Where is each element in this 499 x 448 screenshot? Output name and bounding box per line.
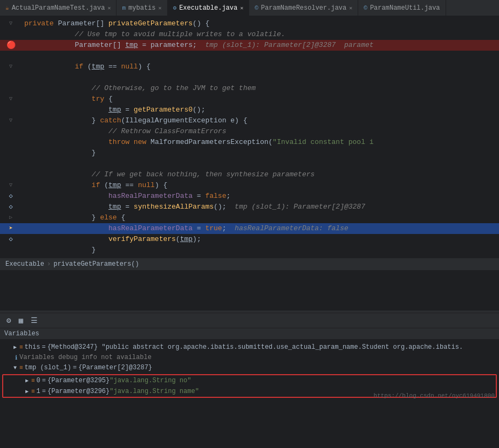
debug-list-button[interactable]: ☰ <box>29 315 40 326</box>
debug-table-button[interactable]: ▦ <box>16 315 25 326</box>
code-editor: ▽ private Parameter[] privateGetParamete… <box>0 16 499 310</box>
tab-close-icon[interactable]: ✕ <box>107 5 111 11</box>
var-equals-sign: = <box>73 364 77 371</box>
bookmark-icon: ◇ <box>9 202 12 212</box>
code-content: // If we get back nothing, then synthesi… <box>22 169 499 180</box>
code-line: } <box>0 148 499 158</box>
tab-close-icon[interactable]: ✕ <box>159 5 162 11</box>
tab-label: mybatis <box>128 4 155 12</box>
fold-arrow[interactable]: ▽ <box>9 61 12 72</box>
tab-actualparamtest[interactable]: ☕ ActualParamNameTest.java ✕ <box>0 0 117 16</box>
code-content: } <box>22 148 499 158</box>
var-expand-btn[interactable]: ▶ <box>23 388 31 395</box>
tab-paramnameresolver[interactable]: © ParamNameResolver.java ✕ <box>249 0 358 16</box>
code-content <box>22 72 499 83</box>
fold-arrow[interactable]: ▽ <box>9 180 12 191</box>
debug-arrow-icon: ➤ <box>9 223 12 234</box>
variable-tree: ▶ ≡ this = {Method@3247} "public abstrac… <box>0 340 499 401</box>
url-text: https://blog.csdn.net/oyc619491800 <box>374 392 495 399</box>
error-icon: 🔴 <box>6 40 16 51</box>
code-content <box>22 158 499 169</box>
code-line: // Rethrow ClassFormatErrors <box>0 126 499 137</box>
fold-arrow[interactable]: ▽ <box>9 94 12 105</box>
fold-arrow[interactable]: ▽ <box>9 115 12 126</box>
code-content: if (tmp == null) { <box>22 180 499 191</box>
bookmark-icon: ◇ <box>9 191 12 202</box>
code-content: hasRealParameterData = false; <box>22 191 499 202</box>
code-content: } else { <box>22 212 499 223</box>
var-equals-icon: ≡ <box>31 377 35 384</box>
var-name: tmp (slot_1) <box>25 364 71 371</box>
tab-paramnameutil[interactable]: © ParamNameUtil.java <box>358 0 446 16</box>
var-expand-btn[interactable]: ▼ <box>11 365 19 371</box>
code-line: ▽ } catch(IllegalArgumentException e) { <box>0 115 499 126</box>
tab-label: ActualParamNameTest.java <box>12 4 105 12</box>
code-content: } catch(IllegalArgumentException e) { <box>22 115 499 126</box>
var-name: 1 <box>37 388 40 395</box>
tab-label: Executable.java <box>179 4 237 12</box>
gutter: ▽ <box>0 18 22 29</box>
var-expand-btn[interactable]: ▶ <box>23 377 31 384</box>
var-equals-icon: ≡ <box>19 364 23 371</box>
code-line: ◇ hasRealParameterData = false; <box>0 191 499 202</box>
variable-row-this: ▶ ≡ this = {Method@3247} "public abstrac… <box>0 342 499 353</box>
resolver-icon: © <box>255 5 258 11</box>
code-line <box>0 51 499 61</box>
exec-icon: ⚙ <box>173 4 177 11</box>
fold-arrow[interactable]: ▷ <box>9 212 12 223</box>
breadcrumb-separator: › <box>47 260 51 268</box>
code-content: throw new MalformedParametersException("… <box>22 137 499 148</box>
breadcrumb: Executable › privateGetParameters() <box>0 258 499 270</box>
code-line: throw new MalformedParametersException("… <box>0 137 499 148</box>
var-equals-sign: = <box>42 377 46 384</box>
code-content: hasRealParameterData = true; hasRealPara… <box>22 223 499 234</box>
code-line: tmp = getParameters0(); <box>0 105 499 115</box>
code-line <box>0 72 499 83</box>
breadcrumb-class: Executable <box>5 260 44 268</box>
java-icon: ☕ <box>5 4 9 11</box>
code-line: ▽ private Parameter[] privateGetParamete… <box>0 18 499 29</box>
gutter: ▽ <box>0 180 22 191</box>
code-line: ▽ try { <box>0 94 499 105</box>
var-value: {Method@3247} "public abstract org.apach… <box>47 343 463 351</box>
code-line: ◇ tmp = synthesizeAllParams(); tmp (slot… <box>0 202 499 212</box>
code-line: // Otherwise, go to the JVM to get them <box>0 83 499 94</box>
util-icon: © <box>364 5 367 11</box>
code-content: tmp = getParameters0(); <box>22 105 499 115</box>
var-value: {Parameter[2]@3287} <box>78 364 152 371</box>
code-line: ▽ if (tmp == null) { <box>0 180 499 191</box>
var-value: {Parameter@3296} <box>47 388 110 395</box>
gutter: ▷ <box>0 212 22 223</box>
tab-close-icon[interactable]: ✕ <box>349 5 352 11</box>
gutter: ▽ <box>0 61 22 72</box>
gutter: ▽ <box>0 94 22 105</box>
variables-title: Variables <box>4 330 39 337</box>
tab-executable[interactable]: ⚙ Executable.java ✕ <box>168 0 250 16</box>
code-content: if (tmp == null) { <box>22 61 499 72</box>
tab-close-icon[interactable]: ✕ <box>240 5 243 11</box>
breadcrumb-method: privateGetParameters() <box>53 260 139 268</box>
code-content: Parameter[] tmp = parameters; tmp (slot_… <box>22 40 499 51</box>
code-line: ▷ } else { <box>0 212 499 223</box>
code-line: } <box>0 245 499 256</box>
var-expand-btn[interactable]: ▶ <box>11 344 19 350</box>
code-line: ▽ if (tmp == null) { <box>0 61 499 72</box>
gutter-error: 🔴 <box>0 40 22 51</box>
fold-arrow[interactable]: ▽ <box>9 18 12 29</box>
variables-header: Variables <box>0 328 499 340</box>
gutter: ◇ <box>0 202 22 212</box>
tab-label: ParamNameResolver.java <box>261 4 346 12</box>
tab-mybatis[interactable]: m mybatis ✕ <box>117 0 167 16</box>
var-value: {Parameter@3295} <box>47 377 110 384</box>
var-string-value: "java.lang.String name" <box>110 388 199 395</box>
code-content: // Use tmp to avoid multiple writes to a… <box>22 29 499 40</box>
mybatis-icon: m <box>122 5 126 11</box>
var-equals-sign: = <box>42 343 45 351</box>
debug-settings-button[interactable]: ⚙ <box>4 315 13 326</box>
code-content <box>22 51 499 61</box>
var-equals-icon: ≡ <box>19 344 23 350</box>
code-content: verifyParameters(tmp); <box>22 234 499 245</box>
gutter: ◇ <box>0 191 22 202</box>
var-name: 0 <box>37 377 40 384</box>
code-line-highlighted: ➤ hasRealParameterData = true; hasRealPa… <box>0 223 499 234</box>
